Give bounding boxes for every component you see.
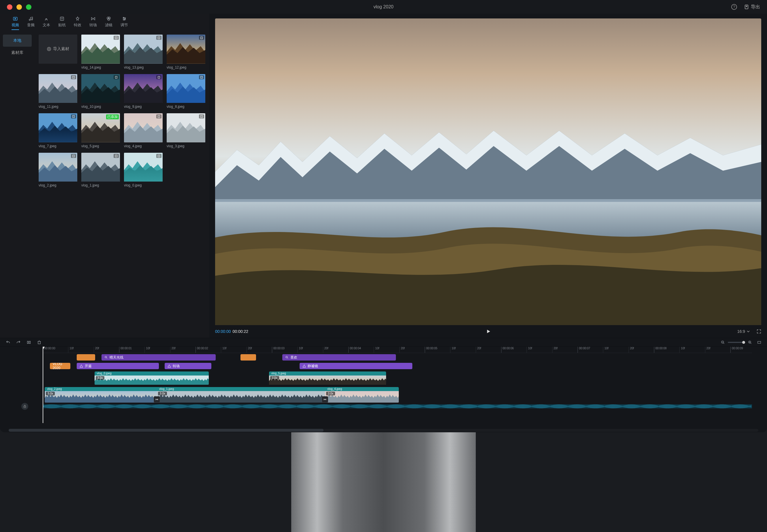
media-tab-adjust[interactable]: 调节 xyxy=(120,16,128,30)
zoom-fit-button[interactable] xyxy=(757,340,761,344)
effect-icon xyxy=(75,16,80,21)
ruler-label: 00:00:00 xyxy=(44,347,55,350)
speed-badge: 3.0x xyxy=(270,376,279,380)
media-badge: ⊡ xyxy=(156,36,161,40)
media-badge: ⊡ xyxy=(199,114,204,118)
play-button[interactable] xyxy=(486,329,491,334)
audio-track[interactable] xyxy=(43,404,767,408)
media-thumb[interactable]: ⊡ xyxy=(124,153,163,182)
help-icon[interactable]: ? xyxy=(731,4,737,10)
search-icon xyxy=(285,356,289,359)
warning-icon xyxy=(80,364,83,368)
ruler-label: 20f xyxy=(401,347,405,350)
media-thumb[interactable]: ⊡ xyxy=(124,35,163,64)
video-clip[interactable]: vlog_4.jpeg3.0x xyxy=(325,387,399,403)
zoom-in-button[interactable] xyxy=(748,340,752,344)
media-tab-video[interactable]: 视频 xyxy=(12,16,19,30)
monitor-stand xyxy=(291,432,476,532)
media-thumb[interactable]: ⊡ xyxy=(81,35,120,64)
filter-icon xyxy=(106,16,112,21)
media-thumb[interactable]: ⊡ xyxy=(124,113,163,142)
speed-badge: 3.0x xyxy=(326,392,335,395)
timeline-clip[interactable]: 静谧镜 xyxy=(299,363,412,369)
ruler-label: 20f xyxy=(706,347,711,350)
media-label: vlog_3.jpeg xyxy=(167,144,205,148)
ruler-label: 10f xyxy=(146,347,150,350)
scrollbar-thumb[interactable] xyxy=(9,429,323,432)
media-thumb[interactable]: ⊡ xyxy=(167,74,205,103)
media-tab-audio[interactable]: 音频 xyxy=(27,16,35,30)
transition-marker[interactable] xyxy=(154,396,160,403)
import-media-button[interactable]: 导入素材 xyxy=(39,35,77,64)
ruler-label: 20f xyxy=(324,347,328,350)
zoom-slider[interactable] xyxy=(728,342,745,343)
media-label: vlog_14.jpeg xyxy=(81,65,120,69)
media-badge: ⊡ xyxy=(156,154,161,158)
media-tab-text[interactable]: 文本 xyxy=(43,16,50,30)
media-badge: 已添加 xyxy=(106,114,119,119)
svg-point-23 xyxy=(286,356,287,358)
transition-marker[interactable] xyxy=(322,396,328,403)
split-button[interactable] xyxy=(27,340,31,345)
media-label: vlog_1.jpeg xyxy=(81,183,120,187)
ruler-label: 10f xyxy=(528,347,532,350)
media-thumb[interactable]: ⊡ xyxy=(39,74,77,103)
media-thumb[interactable]: ⊡ xyxy=(81,74,120,103)
media-tab-filter[interactable]: 滤镜 xyxy=(105,16,112,30)
media-thumb[interactable]: ⊡ xyxy=(81,153,120,182)
redo-button[interactable] xyxy=(16,340,21,345)
ruler-label: 10f xyxy=(452,347,456,350)
playhead[interactable] xyxy=(43,347,43,423)
warning-icon xyxy=(302,364,306,368)
delete-button[interactable] xyxy=(37,340,42,345)
aspect-ratio-selector[interactable]: 16:9 xyxy=(737,329,750,334)
timeline-clip[interactable]: 转场 xyxy=(165,363,211,369)
svg-point-8 xyxy=(108,17,111,19)
media-label: vlog_11.jpeg xyxy=(39,105,77,109)
media-badge: ⊡ xyxy=(156,114,161,118)
media-tab-transition[interactable]: 转场 xyxy=(89,16,97,30)
media-badge: ⊡ xyxy=(114,154,119,158)
media-thumb[interactable]: ⊡ xyxy=(167,113,205,142)
timeline-clip[interactable]: 开篇 xyxy=(77,363,159,369)
zoom-out-button[interactable] xyxy=(721,340,725,344)
window-close-button[interactable] xyxy=(7,4,12,10)
side-tab-library[interactable]: 素材库 xyxy=(3,47,32,59)
fullscreen-button[interactable] xyxy=(757,329,761,334)
export-button[interactable]: 导出 xyxy=(744,4,760,10)
video-clip[interactable]: vlog_5.jpeg3.0x xyxy=(269,371,386,385)
media-label: vlog_8.jpeg xyxy=(167,105,205,109)
media-badge: ⊡ xyxy=(71,114,76,118)
media-label: vlog_12.jpeg xyxy=(167,65,205,69)
media-tab-effect[interactable]: 特效 xyxy=(74,16,81,30)
export-label: 导出 xyxy=(751,4,760,10)
video-clip[interactable]: vlog_1.jpeg3.0x xyxy=(157,387,328,403)
video-clip[interactable]: vlog_0.jpeg3.0x xyxy=(95,371,209,385)
media-tab-sticker[interactable]: 贴纸 xyxy=(58,16,66,30)
window-minimize-button[interactable] xyxy=(16,4,22,10)
media-thumb[interactable]: ⊡ xyxy=(167,35,205,64)
video-preview[interactable] xyxy=(215,18,761,325)
svg-point-12 xyxy=(124,19,125,20)
warning-icon xyxy=(167,364,171,368)
ruler-label: 00:00:07 xyxy=(579,347,590,350)
ruler-label: 10f xyxy=(299,347,303,350)
window-maximize-button[interactable] xyxy=(26,4,31,10)
media-thumb[interactable]: ⊡ xyxy=(39,153,77,182)
media-thumb[interactable]: 已添加 xyxy=(81,113,120,142)
svg-point-6 xyxy=(63,18,63,19)
window-title: vlog 2020 xyxy=(373,4,393,10)
media-label: vlog_10.jpeg xyxy=(81,105,120,109)
track-lock-toggle[interactable] xyxy=(21,403,28,410)
timeline-clip[interactable]: 喜欢 xyxy=(282,354,396,361)
video-clip[interactable]: vlog_2.jpeg5.0x xyxy=(45,387,159,403)
preview-total-time: 00:00:22 xyxy=(233,329,248,334)
media-thumb[interactable]: ⊡ xyxy=(124,74,163,103)
media-thumb[interactable]: ⊡ xyxy=(39,113,77,142)
side-tab-local[interactable]: 本地 xyxy=(3,35,32,47)
undo-button[interactable] xyxy=(6,340,10,345)
media-label: vlog_9.jpeg xyxy=(124,105,163,109)
timeline-clip[interactable]: 晴天光线 xyxy=(101,354,216,361)
horizontal-scrollbar[interactable] xyxy=(9,429,758,432)
media-badge: ⊡ xyxy=(71,154,76,158)
